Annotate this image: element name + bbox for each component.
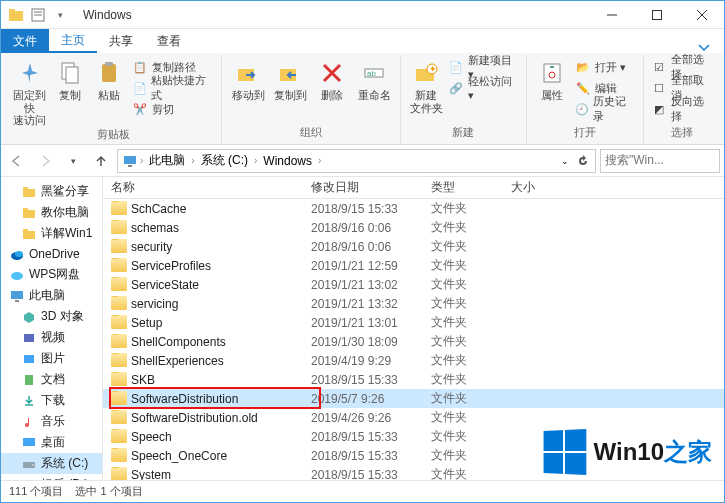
col-type[interactable]: 类型 xyxy=(423,179,503,196)
tab-view[interactable]: 查看 xyxy=(145,29,193,53)
move-to-button[interactable]: 移动到 xyxy=(228,57,268,102)
nav-item[interactable]: WPS网盘 xyxy=(1,264,102,285)
nav-item-label: 娱乐 (D:) xyxy=(41,476,88,480)
nav-item-label: 图片 xyxy=(41,350,65,367)
invert-selection-button[interactable]: ◩反向选择 xyxy=(650,99,714,119)
refresh-icon[interactable] xyxy=(575,153,591,169)
minimize-button[interactable] xyxy=(589,1,634,29)
nav-item[interactable]: OneDrive xyxy=(1,244,102,264)
open-button[interactable]: 📂打开 ▾ xyxy=(573,57,637,77)
paste-shortcut-button[interactable]: 📄粘贴快捷方式 xyxy=(130,78,215,98)
file-name: schemas xyxy=(131,221,179,235)
copy-button[interactable]: 复制 xyxy=(51,57,89,102)
table-row[interactable]: Setup2019/1/21 13:01文件夹 xyxy=(103,313,724,332)
file-name: SoftwareDistribution.old xyxy=(131,411,258,425)
copy-to-button[interactable]: 复制到 xyxy=(270,57,310,102)
nav-item[interactable]: 音乐 xyxy=(1,411,102,432)
folder-icon xyxy=(111,353,127,367)
file-name: security xyxy=(131,240,172,254)
svg-rect-12 xyxy=(105,62,113,66)
table-row[interactable]: ShellExperiences2019/4/19 9:29文件夹 xyxy=(103,351,724,370)
dropdown-icon[interactable]: ▾ xyxy=(51,6,69,24)
nav-item-label: 桌面 xyxy=(41,434,65,451)
file-type: 文件夹 xyxy=(423,466,503,480)
file-type: 文件夹 xyxy=(423,276,503,293)
drive-icon xyxy=(21,477,37,481)
file-date: 2019/4/19 9:29 xyxy=(303,354,423,368)
column-header[interactable]: 名称 修改日期 类型 大小 xyxy=(103,177,724,199)
cut-button[interactable]: ✂️剪切 xyxy=(130,99,215,119)
nav-item[interactable]: 详解Win1 xyxy=(1,223,102,244)
folder-icon xyxy=(111,429,127,443)
recent-dropdown[interactable]: ▾ xyxy=(61,149,85,173)
paste-button[interactable]: 粘贴 xyxy=(91,57,129,102)
col-name[interactable]: 名称 xyxy=(103,179,303,196)
easy-access-button[interactable]: 🔗轻松访问 ▾ xyxy=(447,78,520,98)
delete-button[interactable]: 删除 xyxy=(312,57,352,102)
nav-item[interactable]: 娱乐 (D:) xyxy=(1,474,102,480)
crumb-folder[interactable]: Windows xyxy=(259,154,316,168)
forward-button[interactable] xyxy=(33,149,57,173)
rename-button[interactable]: ab重命名 xyxy=(354,57,394,102)
nav-item[interactable]: 教你电脑 xyxy=(1,202,102,223)
tab-home[interactable]: 主页 xyxy=(49,29,97,53)
table-row[interactable]: security2018/9/16 0:06文件夹 xyxy=(103,237,724,256)
folder-icon xyxy=(21,205,37,221)
nav-item[interactable]: 此电脑 xyxy=(1,285,102,306)
file-name: Speech_OneCore xyxy=(131,449,227,463)
history-button[interactable]: 🕘历史记录 xyxy=(573,99,637,119)
nav-item[interactable]: 系统 (C:) xyxy=(1,453,102,474)
tab-share[interactable]: 共享 xyxy=(97,29,145,53)
pc-icon xyxy=(122,153,138,169)
desktop-icon xyxy=(21,435,37,451)
search-input[interactable]: 搜索"Win... xyxy=(600,149,720,173)
new-folder-button[interactable]: ✦新建 文件夹 xyxy=(407,57,445,114)
file-name: ShellComponents xyxy=(131,335,226,349)
dropdown-icon[interactable]: ⌄ xyxy=(557,153,573,169)
nav-item[interactable]: 视频 xyxy=(1,327,102,348)
nav-item[interactable]: 图片 xyxy=(1,348,102,369)
folder-icon xyxy=(111,448,127,462)
nav-item[interactable]: 文档 xyxy=(1,369,102,390)
folder-icon xyxy=(7,6,25,24)
nav-item[interactable]: 3D 对象 xyxy=(1,306,102,327)
image-icon xyxy=(21,351,37,367)
table-row[interactable]: SKB2018/9/15 15:33文件夹 xyxy=(103,370,724,389)
table-row[interactable]: ServiceProfiles2019/1/21 12:59文件夹 xyxy=(103,256,724,275)
pin-button[interactable]: 固定到快 速访问 xyxy=(11,57,49,127)
file-date: 2018/9/15 15:33 xyxy=(303,468,423,481)
table-row[interactable]: SoftwareDistribution.old2019/4/26 9:26文件… xyxy=(103,408,724,427)
table-row[interactable]: servicing2019/1/21 13:32文件夹 xyxy=(103,294,724,313)
back-button[interactable] xyxy=(5,149,29,173)
maximize-button[interactable] xyxy=(634,1,679,29)
table-row[interactable]: schemas2018/9/16 0:06文件夹 xyxy=(103,218,724,237)
nav-item-label: WPS网盘 xyxy=(29,266,80,283)
group-label-clipboard: 剪贴板 xyxy=(11,127,215,144)
properties-button[interactable]: 属性 xyxy=(533,57,571,102)
col-date[interactable]: 修改日期 xyxy=(303,179,423,196)
tab-file[interactable]: 文件 xyxy=(1,29,49,53)
folder-icon xyxy=(111,239,127,253)
folder-icon xyxy=(21,184,37,200)
breadcrumb[interactable]: › 此电脑 › 系统 (C:) › Windows › ⌄ xyxy=(117,149,596,173)
nav-item[interactable]: 下载 xyxy=(1,390,102,411)
nav-item[interactable]: 桌面 xyxy=(1,432,102,453)
group-label-select: 选择 xyxy=(650,125,714,142)
close-button[interactable] xyxy=(679,1,724,29)
crumb-drive[interactable]: 系统 (C:) xyxy=(197,152,252,169)
svg-rect-10 xyxy=(66,67,78,83)
table-row[interactable]: ServiceState2019/1/21 13:02文件夹 xyxy=(103,275,724,294)
ribbon-group-select: ☑全部选择 ☐全部取消 ◩反向选择 选择 xyxy=(644,55,720,144)
col-size[interactable]: 大小 xyxy=(503,179,583,196)
table-row[interactable]: ShellComponents2019/1/30 18:09文件夹 xyxy=(103,332,724,351)
download-icon xyxy=(21,393,37,409)
table-row[interactable]: SoftwareDistribution2019/5/7 9:26文件夹 xyxy=(103,389,724,408)
svg-rect-27 xyxy=(23,189,35,197)
up-button[interactable] xyxy=(89,149,113,173)
nav-item[interactable]: 黑鲨分享 xyxy=(1,181,102,202)
crumb-pc[interactable]: 此电脑 xyxy=(145,152,189,169)
nav-item-label: 文档 xyxy=(41,371,65,388)
folder-icon xyxy=(21,226,37,242)
properties-icon[interactable] xyxy=(29,6,47,24)
table-row[interactable]: SchCache2018/9/15 15:33文件夹 xyxy=(103,199,724,218)
